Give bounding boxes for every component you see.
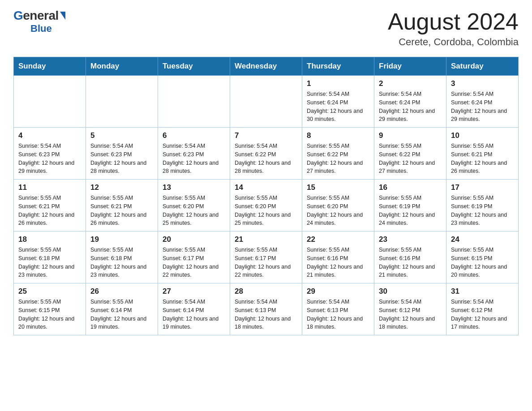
day-info: Sunrise: 5:55 AMSunset: 6:18 PMDaylight:…	[18, 246, 81, 279]
day-info: Sunrise: 5:54 AMSunset: 6:13 PMDaylight:…	[235, 298, 297, 331]
calendar-cell: 22Sunrise: 5:55 AMSunset: 6:16 PMDayligh…	[302, 231, 374, 283]
day-info: Sunrise: 5:55 AMSunset: 6:19 PMDaylight:…	[451, 194, 514, 227]
day-info: Sunrise: 5:54 AMSunset: 6:23 PMDaylight:…	[163, 142, 225, 176]
day-number: 8	[307, 131, 369, 140]
day-info: Sunrise: 5:55 AMSunset: 6:21 PMDaylight:…	[90, 194, 153, 227]
calendar-cell: 25Sunrise: 5:55 AMSunset: 6:15 PMDayligh…	[14, 283, 86, 335]
day-number: 22	[307, 235, 369, 244]
day-number: 15	[307, 183, 369, 192]
day-info: Sunrise: 5:55 AMSunset: 6:16 PMDaylight:…	[379, 246, 442, 279]
calendar-cell: 18Sunrise: 5:55 AMSunset: 6:18 PMDayligh…	[14, 231, 86, 283]
calendar-cell: 26Sunrise: 5:55 AMSunset: 6:14 PMDayligh…	[86, 283, 158, 335]
calendar-cell: 13Sunrise: 5:55 AMSunset: 6:20 PMDayligh…	[158, 180, 230, 231]
day-number: 10	[451, 131, 514, 140]
calendar-cell: 31Sunrise: 5:54 AMSunset: 6:12 PMDayligh…	[446, 283, 519, 335]
calendar-cell: 21Sunrise: 5:55 AMSunset: 6:17 PMDayligh…	[230, 231, 302, 283]
day-info: Sunrise: 5:55 AMSunset: 6:18 PMDaylight:…	[90, 246, 153, 279]
day-info: Sunrise: 5:55 AMSunset: 6:14 PMDaylight:…	[90, 298, 153, 331]
day-info: Sunrise: 5:55 AMSunset: 6:20 PMDaylight:…	[163, 194, 225, 227]
header-thursday: Thursday	[302, 57, 374, 76]
day-number: 1	[307, 79, 369, 88]
calendar-cell: 1Sunrise: 5:54 AMSunset: 6:24 PMDaylight…	[302, 76, 374, 128]
day-number: 5	[90, 131, 153, 140]
day-info: Sunrise: 5:55 AMSunset: 6:20 PMDaylight:…	[307, 194, 369, 227]
header-monday: Monday	[86, 57, 158, 76]
calendar-cell	[86, 76, 158, 128]
calendar-cell: 17Sunrise: 5:55 AMSunset: 6:19 PMDayligh…	[446, 180, 519, 231]
calendar-cell: 15Sunrise: 5:55 AMSunset: 6:20 PMDayligh…	[302, 180, 374, 231]
day-number: 23	[379, 235, 442, 244]
day-number: 17	[451, 183, 514, 192]
calendar-cell: 14Sunrise: 5:55 AMSunset: 6:20 PMDayligh…	[230, 180, 302, 231]
day-info: Sunrise: 5:54 AMSunset: 6:23 PMDaylight:…	[18, 142, 81, 176]
header-sunday: Sunday	[14, 57, 86, 76]
calendar-cell: 29Sunrise: 5:54 AMSunset: 6:13 PMDayligh…	[302, 283, 374, 335]
month-year-title: August 2024	[388, 9, 519, 34]
day-number: 19	[90, 235, 153, 244]
day-info: Sunrise: 5:55 AMSunset: 6:21 PMDaylight:…	[451, 142, 514, 176]
day-info: Sunrise: 5:54 AMSunset: 6:23 PMDaylight:…	[90, 142, 153, 176]
day-number: 2	[379, 79, 442, 88]
logo-blue-text: Blue	[30, 23, 52, 34]
day-number: 4	[18, 131, 81, 140]
calendar-table: SundayMondayTuesdayWednesdayThursdayFrid…	[13, 57, 519, 335]
day-info: Sunrise: 5:55 AMSunset: 6:22 PMDaylight:…	[379, 142, 442, 176]
calendar-cell: 24Sunrise: 5:55 AMSunset: 6:15 PMDayligh…	[446, 231, 519, 283]
day-info: Sunrise: 5:54 AMSunset: 6:24 PMDaylight:…	[451, 90, 514, 124]
calendar-week-row: 25Sunrise: 5:55 AMSunset: 6:15 PMDayligh…	[14, 283, 519, 335]
page-header: General Blue August 2024 Cerete, Cordoba…	[13, 9, 519, 48]
calendar-cell: 3Sunrise: 5:54 AMSunset: 6:24 PMDaylight…	[446, 76, 519, 128]
day-number: 18	[18, 235, 81, 244]
day-number: 24	[451, 235, 514, 244]
day-number: 25	[18, 287, 81, 296]
day-number: 29	[307, 287, 369, 296]
header-tuesday: Tuesday	[158, 57, 230, 76]
day-info: Sunrise: 5:54 AMSunset: 6:24 PMDaylight:…	[379, 90, 442, 124]
day-number: 12	[90, 183, 153, 192]
calendar-cell: 8Sunrise: 5:55 AMSunset: 6:22 PMDaylight…	[302, 128, 374, 180]
header-wednesday: Wednesday	[230, 57, 302, 76]
day-number: 30	[379, 287, 442, 296]
day-info: Sunrise: 5:55 AMSunset: 6:16 PMDaylight:…	[307, 246, 369, 279]
day-info: Sunrise: 5:55 AMSunset: 6:17 PMDaylight:…	[235, 246, 297, 279]
calendar-cell	[158, 76, 230, 128]
calendar-cell: 28Sunrise: 5:54 AMSunset: 6:13 PMDayligh…	[230, 283, 302, 335]
calendar-cell	[14, 76, 86, 128]
location-subtitle: Cerete, Cordoba, Colombia	[388, 36, 519, 48]
day-info: Sunrise: 5:55 AMSunset: 6:20 PMDaylight:…	[235, 194, 297, 227]
day-info: Sunrise: 5:54 AMSunset: 6:14 PMDaylight:…	[163, 298, 225, 331]
day-info: Sunrise: 5:54 AMSunset: 6:22 PMDaylight:…	[235, 142, 297, 176]
header-saturday: Saturday	[446, 57, 519, 76]
title-block: August 2024 Cerete, Cordoba, Colombia	[388, 9, 519, 48]
logo: General Blue	[13, 9, 65, 34]
calendar-cell: 4Sunrise: 5:54 AMSunset: 6:23 PMDaylight…	[14, 128, 86, 180]
day-number: 26	[90, 287, 153, 296]
day-number: 7	[235, 131, 297, 140]
day-number: 16	[379, 183, 442, 192]
calendar-cell: 12Sunrise: 5:55 AMSunset: 6:21 PMDayligh…	[86, 180, 158, 231]
day-number: 14	[235, 183, 297, 192]
calendar-cell: 30Sunrise: 5:54 AMSunset: 6:12 PMDayligh…	[374, 283, 446, 335]
logo-triangle-icon	[60, 12, 65, 20]
day-number: 20	[163, 235, 225, 244]
day-info: Sunrise: 5:55 AMSunset: 6:15 PMDaylight:…	[451, 246, 514, 279]
day-number: 31	[451, 287, 514, 296]
day-info: Sunrise: 5:54 AMSunset: 6:12 PMDaylight:…	[379, 298, 442, 331]
day-number: 27	[163, 287, 225, 296]
day-info: Sunrise: 5:55 AMSunset: 6:15 PMDaylight:…	[18, 298, 81, 331]
calendar-cell	[230, 76, 302, 128]
day-number: 11	[18, 183, 81, 192]
day-number: 9	[379, 131, 442, 140]
calendar-cell: 9Sunrise: 5:55 AMSunset: 6:22 PMDaylight…	[374, 128, 446, 180]
day-info: Sunrise: 5:55 AMSunset: 6:19 PMDaylight:…	[379, 194, 442, 227]
day-info: Sunrise: 5:54 AMSunset: 6:12 PMDaylight:…	[451, 298, 514, 331]
day-number: 28	[235, 287, 297, 296]
day-info: Sunrise: 5:54 AMSunset: 6:13 PMDaylight:…	[307, 298, 369, 331]
day-info: Sunrise: 5:54 AMSunset: 6:24 PMDaylight:…	[307, 90, 369, 124]
day-info: Sunrise: 5:55 AMSunset: 6:21 PMDaylight:…	[18, 194, 81, 227]
calendar-week-row: 18Sunrise: 5:55 AMSunset: 6:18 PMDayligh…	[14, 231, 519, 283]
calendar-cell: 7Sunrise: 5:54 AMSunset: 6:22 PMDaylight…	[230, 128, 302, 180]
calendar-cell: 2Sunrise: 5:54 AMSunset: 6:24 PMDaylight…	[374, 76, 446, 128]
calendar-cell: 23Sunrise: 5:55 AMSunset: 6:16 PMDayligh…	[374, 231, 446, 283]
calendar-cell: 5Sunrise: 5:54 AMSunset: 6:23 PMDaylight…	[86, 128, 158, 180]
